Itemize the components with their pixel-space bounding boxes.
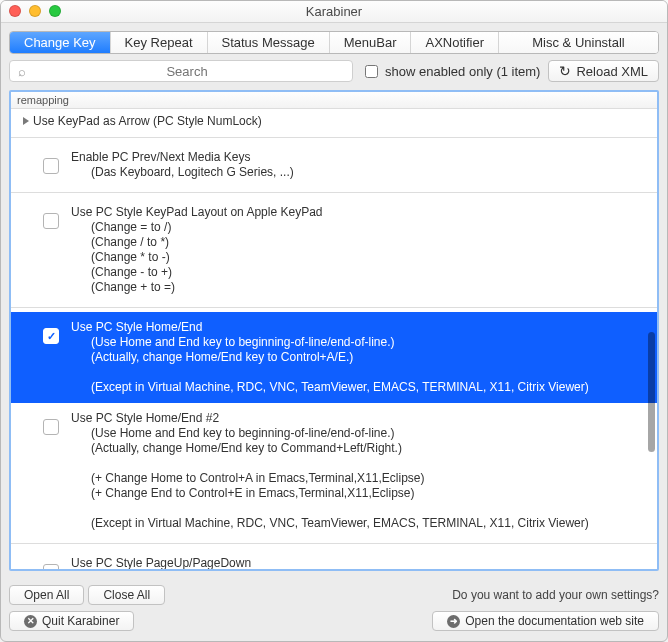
show-enabled-label: show enabled only (1 item) bbox=[385, 64, 540, 79]
tab-bar: Change KeyKey RepeatStatus MessageMenuBa… bbox=[9, 31, 659, 54]
setting-line: (Change - to +) bbox=[71, 265, 645, 280]
bottom-row-2: ✕ Quit Karabiner ➜ Open the documentatio… bbox=[9, 611, 659, 631]
setting-checkbox[interactable] bbox=[43, 328, 59, 344]
tab-status-message[interactable]: Status Message bbox=[208, 32, 330, 53]
setting-item[interactable]: Use PC Style Home/End #2(Use Home and En… bbox=[11, 403, 657, 539]
toolbar: Change KeyKey RepeatStatus MessageMenuBa… bbox=[1, 23, 667, 90]
setting-checkbox[interactable] bbox=[43, 564, 59, 569]
minimize-icon[interactable] bbox=[29, 5, 41, 17]
tab-misc-uninstall[interactable]: Misc & Uninstall bbox=[499, 32, 658, 53]
setting-text: Use PC Style Home/End #2(Use Home and En… bbox=[71, 411, 645, 531]
arrow-right-icon: ➜ bbox=[447, 615, 460, 628]
open-docs-label: Open the documentation web site bbox=[465, 614, 644, 628]
setting-line: (Change * to -) bbox=[71, 250, 645, 265]
tree-group-label: Use KeyPad as Arrow (PC Style NumLock) bbox=[33, 113, 262, 129]
setting-line: (Use Home and End key to beginning-of-li… bbox=[71, 426, 645, 441]
settings-tree[interactable]: Use KeyPad as Arrow (PC Style NumLock)En… bbox=[11, 109, 657, 569]
setting-text: Enable PC Prev/Next Media Keys(Das Keybo… bbox=[71, 150, 645, 180]
setting-line: (Except in Virtual Machine, RDC, VNC, Te… bbox=[71, 516, 645, 531]
setting-item[interactable]: Use PC Style Home/End(Use Home and End k… bbox=[11, 312, 657, 403]
setting-line bbox=[71, 501, 645, 516]
setting-checkbox[interactable] bbox=[43, 158, 59, 174]
reload-label: Reload XML bbox=[576, 64, 648, 79]
setting-line: (Actually, change Home/End key to Comman… bbox=[71, 441, 645, 456]
bottom-row-1: Open All Close All Do you want to add yo… bbox=[9, 585, 659, 605]
quit-button[interactable]: ✕ Quit Karabiner bbox=[9, 611, 134, 631]
show-enabled-only[interactable]: show enabled only (1 item) bbox=[361, 62, 540, 81]
scrollbar-thumb[interactable] bbox=[648, 332, 655, 452]
window-title: Karabiner bbox=[306, 4, 362, 19]
setting-title: Use PC Style PageUp/PageDown bbox=[71, 556, 645, 569]
app-window: Karabiner Change KeyKey RepeatStatus Mes… bbox=[0, 0, 668, 642]
setting-line bbox=[71, 456, 645, 471]
setting-checkbox[interactable] bbox=[43, 419, 59, 435]
open-all-button[interactable]: Open All bbox=[9, 585, 84, 605]
search-icon: ⌕ bbox=[18, 64, 26, 79]
setting-checkbox[interactable] bbox=[43, 213, 59, 229]
setting-item[interactable]: Enable PC Prev/Next Media Keys(Das Keybo… bbox=[11, 142, 657, 188]
setting-text: Use PC Style KeyPad Layout on Apple KeyP… bbox=[71, 205, 645, 295]
titlebar: Karabiner bbox=[1, 1, 667, 23]
reload-icon: ↻ bbox=[559, 63, 571, 79]
close-all-button[interactable]: Close All bbox=[88, 585, 165, 605]
reload-button[interactable]: ↻ Reload XML bbox=[548, 60, 659, 82]
tab-key-repeat[interactable]: Key Repeat bbox=[111, 32, 208, 53]
setting-title: Use PC Style Home/End #2 bbox=[71, 411, 645, 426]
tree-header: remapping bbox=[11, 92, 657, 109]
open-docs-button[interactable]: ➜ Open the documentation web site bbox=[432, 611, 659, 631]
quit-label: Quit Karabiner bbox=[42, 614, 119, 628]
setting-item[interactable]: Use PC Style KeyPad Layout on Apple KeyP… bbox=[11, 197, 657, 303]
tree-group-header[interactable]: Use KeyPad as Arrow (PC Style NumLock) bbox=[11, 109, 657, 133]
setting-line: (Use Home and End key to beginning-of-li… bbox=[71, 335, 645, 350]
setting-line bbox=[71, 365, 645, 380]
setting-line: (Change / to *) bbox=[71, 235, 645, 250]
search-row: ⌕ show enabled only (1 item) ↻ Reload XM… bbox=[9, 60, 659, 82]
setting-text: Use PC Style PageUp/PageDown(behave like… bbox=[71, 556, 645, 569]
hint-text: Do you want to add your own settings? bbox=[452, 588, 659, 602]
setting-line: (+ Change End to Control+E in Emacs,Term… bbox=[71, 486, 645, 501]
setting-title: Use PC Style KeyPad Layout on Apple KeyP… bbox=[71, 205, 645, 220]
tab-menubar[interactable]: MenuBar bbox=[330, 32, 412, 53]
tab-change-key[interactable]: Change Key bbox=[10, 32, 111, 53]
search-input[interactable] bbox=[30, 63, 344, 80]
content-panel: remapping Use KeyPad as Arrow (PC Style … bbox=[9, 90, 659, 571]
setting-line: (Actually, change Home/End key to Contro… bbox=[71, 350, 645, 365]
setting-line: (+ Change Home to Control+A in Emacs,Ter… bbox=[71, 471, 645, 486]
setting-line: (Change + to =) bbox=[71, 280, 645, 295]
setting-text: Use PC Style Home/End(Use Home and End k… bbox=[71, 320, 645, 395]
close-icon[interactable] bbox=[9, 5, 21, 17]
setting-item[interactable]: Use PC Style PageUp/PageDown(behave like… bbox=[11, 548, 657, 569]
show-enabled-checkbox[interactable] bbox=[365, 65, 378, 78]
setting-title: Enable PC Prev/Next Media Keys bbox=[71, 150, 645, 165]
setting-title: Use PC Style Home/End bbox=[71, 320, 645, 335]
zoom-icon[interactable] bbox=[49, 5, 61, 17]
setting-line: (Change = to /) bbox=[71, 220, 645, 235]
tab-axnotifier[interactable]: AXNotifier bbox=[411, 32, 499, 53]
quit-icon: ✕ bbox=[24, 615, 37, 628]
setting-line: (Except in Virtual Machine, RDC, VNC, Te… bbox=[71, 380, 645, 395]
window-controls bbox=[9, 5, 61, 17]
bottom-bar: Open All Close All Do you want to add yo… bbox=[1, 579, 667, 641]
setting-line: (Das Keyboard, Logitech G Series, ...) bbox=[71, 165, 645, 180]
disclosure-triangle-icon[interactable] bbox=[23, 117, 29, 125]
search-box[interactable]: ⌕ bbox=[9, 60, 353, 82]
